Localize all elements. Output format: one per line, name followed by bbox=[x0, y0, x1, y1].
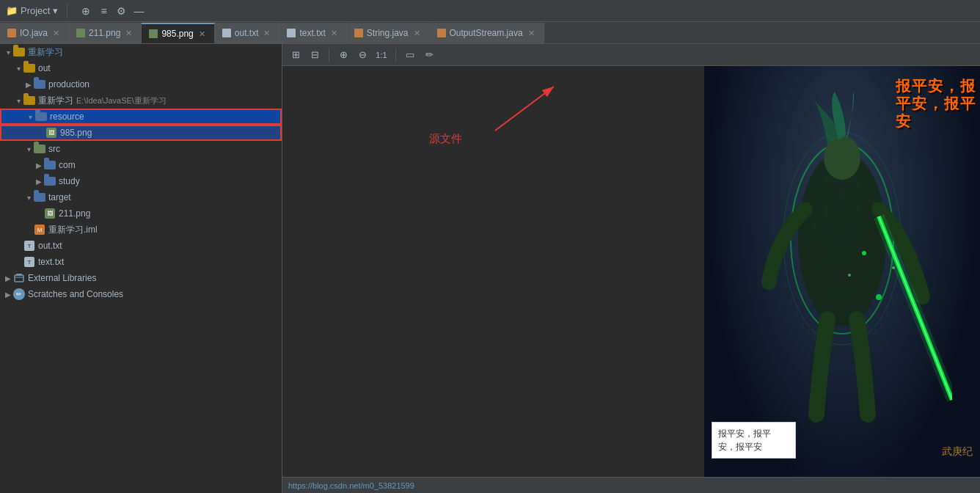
svg-point-13 bbox=[862, 251, 866, 255]
arrow-icon: ▶ bbox=[3, 274, 13, 282]
iml-file-icon: M bbox=[34, 224, 45, 235]
svg-point-8 bbox=[824, 136, 860, 180]
svg-point-15 bbox=[876, 294, 882, 300]
zoom-in-icon[interactable]: ⊕ bbox=[336, 48, 351, 62]
java-file-icon bbox=[354, 29, 363, 37]
arrow-icon: ▾ bbox=[25, 113, 35, 121]
tree-item-com[interactable]: ▶ com bbox=[0, 157, 282, 173]
character-svg bbox=[732, 92, 952, 429]
file-tree: ▾ 重新学习 ▾ out ▶ bbox=[0, 44, 282, 493]
project-icon: 📁 bbox=[6, 5, 18, 16]
tree-item-iml[interactable]: M 重新学习.iml bbox=[0, 222, 282, 238]
main-content: ▾ 重新学习 ▾ out ▶ bbox=[0, 44, 980, 493]
svg-line-12 bbox=[879, 216, 952, 400]
tab-close-icon[interactable]: ✕ bbox=[124, 28, 134, 39]
tab-211-png[interactable]: 211.png ✕ bbox=[69, 23, 142, 43]
folder-icon bbox=[34, 79, 45, 90]
tab-string-java[interactable]: String.java ✕ bbox=[347, 23, 430, 43]
url-bar: https://blog.csdn.net/m0_53821599 bbox=[282, 477, 980, 493]
java-file-icon bbox=[7, 29, 16, 37]
tree-item-path: E:\Idea\JavaSE\重新学习 bbox=[76, 95, 167, 106]
tree-item-scratches[interactable]: ▶ ✏ Scratches and Consoles bbox=[0, 286, 282, 302]
arrow-icon: ▾ bbox=[13, 65, 23, 73]
tree-item-label: 211.png bbox=[59, 208, 90, 219]
svg-line-4 bbox=[495, 87, 554, 131]
tree-item-zhongxin[interactable]: ▾ 重新学习 E:\Idea\JavaSE\重新学习 bbox=[0, 92, 282, 109]
tree-item-src[interactable]: ▾ src bbox=[0, 141, 282, 157]
tooltip-line1: 报平安，报平 bbox=[718, 427, 789, 440]
tree-item-211png[interactable]: 🖼 211.png bbox=[0, 205, 282, 222]
color-picker-icon[interactable]: ✏ bbox=[422, 48, 436, 62]
svg-rect-2 bbox=[16, 274, 22, 276]
tab-close-icon[interactable]: ✕ bbox=[262, 28, 271, 39]
txt-file-icon bbox=[222, 29, 231, 37]
tree-item-study[interactable]: ▶ study bbox=[0, 173, 282, 189]
locate-icon[interactable]: ⊕ bbox=[79, 4, 92, 18]
image-content: 源文件 bbox=[282, 66, 980, 477]
tab-985-png[interactable]: 985.png ✕ bbox=[142, 23, 214, 43]
txt-file-icon: T bbox=[23, 257, 35, 267]
tab-close-icon[interactable]: ✕ bbox=[527, 28, 536, 39]
image-text-line1: 报平安，报 bbox=[896, 77, 976, 95]
tab-label: String.java bbox=[367, 28, 409, 38]
tree-item-target[interactable]: ▾ target bbox=[0, 189, 282, 205]
tab-out-txt[interactable]: out.txt ✕ bbox=[215, 23, 280, 43]
tree-item-out-txt[interactable]: T out.txt bbox=[0, 238, 282, 254]
tooltip-line2: 安，报平安 bbox=[718, 440, 789, 453]
fit-width-icon[interactable]: ▭ bbox=[403, 48, 417, 62]
tree-item-label: 重新学习 bbox=[28, 46, 63, 59]
project-chevron[interactable]: ▾ bbox=[53, 5, 58, 16]
tab-io-java[interactable]: IO.java ✕ bbox=[0, 23, 69, 43]
arrow-icon: ▾ bbox=[23, 145, 34, 153]
project-folder-icon bbox=[13, 47, 25, 57]
arrow-icon: ▶ bbox=[3, 291, 13, 299]
tree-root-project[interactable]: ▾ 重新学习 bbox=[0, 44, 282, 60]
png-file-icon bbox=[149, 29, 158, 38]
png-file-icon bbox=[76, 29, 85, 37]
fit-page-icon[interactable]: ⊞ bbox=[288, 48, 303, 62]
java-file-icon bbox=[437, 29, 446, 37]
zoom-reset-icon[interactable]: 1:1 bbox=[374, 48, 389, 62]
tab-close-icon[interactable]: ✕ bbox=[51, 28, 61, 39]
zoom-out-icon[interactable]: ⊖ bbox=[355, 48, 370, 62]
tree-item-production[interactable]: ▶ production bbox=[0, 76, 282, 92]
image-toolbar: ⊞ ⊟ ⊕ ⊖ 1:1 ▭ ✏ bbox=[282, 44, 980, 66]
tab-label: 985.png bbox=[161, 29, 193, 39]
tree-item-label: External Libraries bbox=[28, 273, 96, 283]
tab-text-txt[interactable]: text.txt ✕ bbox=[279, 23, 346, 43]
collapse-icon[interactable]: ≡ bbox=[97, 4, 110, 18]
tab-outputstream-java[interactable]: OutputStream.java ✕ bbox=[430, 23, 544, 43]
settings-icon[interactable]: ⚙ bbox=[114, 4, 128, 18]
image-tooltip: 报平安，报平 安，报平安 bbox=[712, 422, 796, 459]
separator bbox=[395, 48, 396, 62]
minus-icon[interactable]: — bbox=[132, 4, 145, 18]
tree-item-resource[interactable]: ▾ resource bbox=[0, 109, 282, 125]
tree-item-label: 985.png bbox=[60, 128, 92, 138]
tree-item-out[interactable]: ▾ out bbox=[0, 60, 282, 76]
arrow-icon: ▾ bbox=[23, 194, 34, 202]
txt-file-icon: T bbox=[23, 241, 35, 251]
tab-label: 211.png bbox=[89, 28, 120, 38]
actual-size-icon[interactable]: ⊟ bbox=[307, 48, 322, 62]
toolbar-icons: ⊕ ≡ ⚙ — bbox=[79, 4, 145, 18]
tab-close-icon[interactable]: ✕ bbox=[197, 29, 207, 40]
image-text-line3: 安 bbox=[896, 112, 976, 130]
project-panel-title: 📁 Project ▾ bbox=[6, 5, 58, 16]
project-title: Project bbox=[21, 5, 50, 16]
tree-item-985png[interactable]: 🖼 985.png bbox=[0, 125, 282, 141]
tree-item-text-txt[interactable]: T text.txt bbox=[0, 254, 282, 270]
tree-item-external-libs[interactable]: ▶ External Libraries bbox=[0, 270, 282, 286]
scratch-icon: ✏ bbox=[13, 289, 25, 299]
image-viewer: ⊞ ⊟ ⊕ ⊖ 1:1 ▭ ✏ 源文件 bbox=[282, 44, 980, 493]
folder-icon bbox=[44, 176, 56, 186]
tree-item-label: Scratches and Consoles bbox=[28, 289, 123, 299]
tree-item-label: 重新学习.iml bbox=[48, 224, 98, 236]
tree-item-label: 重新学习 bbox=[38, 95, 73, 107]
tree-item-label: production bbox=[48, 79, 89, 90]
source-file-label: 源文件 bbox=[429, 132, 462, 146]
tab-close-icon[interactable]: ✕ bbox=[412, 28, 422, 39]
folder-icon bbox=[35, 112, 47, 122]
folder-icon bbox=[23, 95, 35, 106]
tab-close-icon[interactable]: ✕ bbox=[329, 28, 339, 39]
folder-icon bbox=[34, 144, 45, 154]
